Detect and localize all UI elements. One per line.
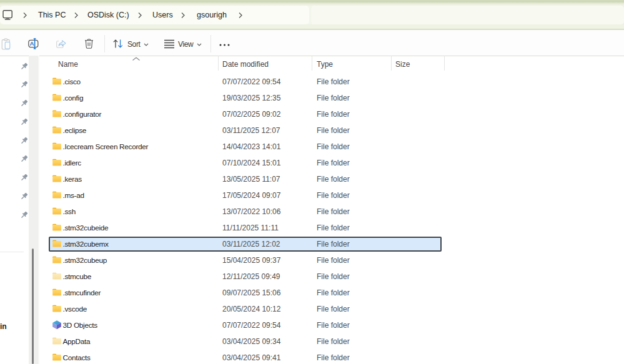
svg-text:A: A	[30, 40, 34, 47]
